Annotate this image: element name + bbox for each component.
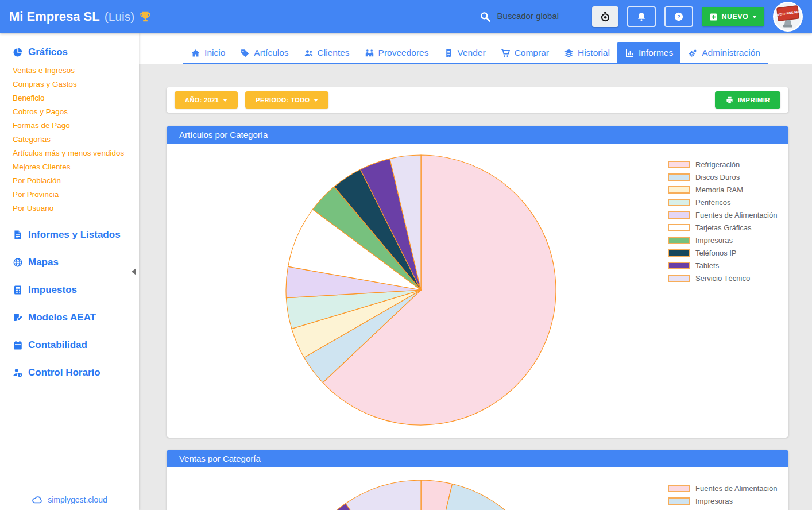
legend-item[interactable]: Teléfonos IP [668, 248, 777, 258]
gears-icon [688, 48, 698, 58]
topbar-actions: ? NUEVO ADVERTISING HERE [480, 2, 803, 32]
cart-icon [501, 48, 511, 58]
nav-tab[interactable]: Inicio [183, 42, 233, 63]
app-root: { "header": { "title": "Mi Empresa SL", … [0, 0, 812, 510]
nav-tab-label: Proveedores [378, 48, 429, 58]
sidebar-item-label: Impuestos [28, 284, 77, 296]
sidebar-chart-links: Ventas e Ingresos Compras y Gastos Benef… [13, 63, 139, 215]
sidebar-chart-link: Formas de Pago [13, 118, 139, 132]
nav-tab-label: Informes [639, 48, 673, 58]
new-button-label: NUEVO [722, 13, 748, 21]
globe-icon [13, 257, 23, 268]
sidebar-item[interactable]: Impuestos [13, 283, 139, 298]
legend-swatch [668, 262, 690, 269]
print-button[interactable]: IMPRIMIR [715, 91, 780, 109]
home-icon [191, 48, 200, 58]
current-user: (Luis) [105, 10, 135, 24]
sidebar-item[interactable]: Contabilidad [13, 338, 139, 353]
card-body: Refrigeración Discos Duros Memoria RAM P… [167, 144, 788, 438]
legend-label: Teléfonos IP [695, 249, 737, 257]
legend-label: Refrigeración [695, 160, 740, 169]
legend-item[interactable]: Servicio Técnico [668, 273, 777, 283]
nav-tab[interactable]: Artículos [233, 42, 296, 63]
legend-label: Tablets [695, 261, 719, 270]
sidebar-chart-link-anchor[interactable]: Cobros y Pagos [13, 107, 68, 116]
nav-tab[interactable]: Vender [436, 42, 493, 63]
tag-icon [240, 48, 250, 58]
caret-down-icon [314, 99, 318, 102]
year-filter-button[interactable]: AÑO: 2021 [175, 91, 238, 109]
sidebar-chart-link-anchor[interactable]: Mejores Clientes [13, 163, 71, 171]
sidebar: Gráficos Ventas e Ingresos Compras y Gas… [0, 33, 139, 510]
sidebar-chart-link-anchor[interactable]: Por Provincia [13, 190, 59, 199]
notifications-button[interactable] [627, 6, 656, 27]
nav-tab[interactable]: Clientes [296, 42, 357, 63]
sidebar-chart-link: Por Población [13, 173, 139, 187]
print-button-label: IMPRIMIR [738, 96, 770, 103]
sidebar-chart-link-anchor[interactable]: Artículos más y menos vendidos [13, 149, 124, 157]
sidebar-chart-link: Beneficio [13, 91, 139, 105]
sidebar-section-graficos[interactable]: Gráficos [13, 45, 139, 60]
nav-tab-label: Historial [578, 48, 610, 58]
legend-label: Periféricos [695, 198, 730, 207]
nav-tab[interactable]: Informes [617, 42, 680, 63]
sidebar-chart-link-anchor[interactable]: Formas de Pago [13, 121, 70, 130]
bell-icon [636, 11, 647, 22]
sidebar-item[interactable]: Mapas [13, 255, 139, 270]
nav-tab[interactable]: Administración [680, 42, 768, 63]
legend-item[interactable]: Fuentes de Alimentación [668, 210, 777, 220]
sidebar-chart-link-anchor[interactable]: Beneficio [13, 94, 45, 102]
legend-swatch [668, 275, 690, 282]
sidebar-item-label: Modelos AEAT [28, 312, 96, 323]
sidebar-chart-link-anchor[interactable]: Ventas e Ingresos [13, 66, 75, 75]
sidebar-chart-link: Compras y Gastos [13, 77, 139, 91]
layers-icon [564, 48, 574, 58]
sidebar-chart-link-anchor[interactable]: Por Población [13, 176, 61, 185]
nav-tab[interactable]: Proveedores [357, 42, 436, 63]
legend-swatch [668, 237, 690, 244]
svg-text:?: ? [677, 13, 680, 20]
brand: Mi Empresa SL (Luis) [9, 9, 152, 24]
new-button[interactable]: NUEVO [702, 7, 764, 26]
user-avatar[interactable]: ADVERTISING HERE [773, 2, 803, 32]
sidebar-item[interactable]: Informes y Listados [13, 227, 139, 242]
legend-item[interactable]: Memoria RAM [668, 185, 777, 195]
sidebar-collapse-arrow-icon[interactable] [132, 268, 136, 275]
legend-item[interactable]: Refrigeración [668, 160, 777, 169]
period-filter-button[interactable]: PERIODO: TODO [245, 91, 328, 109]
legend-item[interactable]: Impresoras [668, 496, 777, 506]
time-clock-button[interactable] [592, 6, 618, 27]
sidebar-chart-link-anchor[interactable]: Categorías [13, 135, 51, 144]
sidebar-chart-link: Categorías [13, 132, 139, 146]
sidebar-item[interactable]: Modelos AEAT [13, 310, 139, 325]
main-nav-strip: Inicio Artículos Clientes Proveedores Ve… [139, 33, 812, 64]
legend-item[interactable]: Periféricos [668, 198, 777, 207]
caret-down-icon [752, 16, 757, 18]
legend-label: Discos Duros [695, 173, 740, 181]
help-button[interactable]: ? [664, 6, 693, 27]
sidebar-chart-link: Por Provincia [13, 187, 139, 201]
top-header-bar: Mi Empresa SL (Luis) ? NUEVO [0, 0, 812, 33]
nav-tab[interactable]: Comprar [493, 42, 556, 63]
nav-tab[interactable]: Historial [556, 42, 617, 63]
legend-item[interactable]: Discos Duros [668, 172, 777, 182]
trophy-icon [139, 10, 152, 23]
sidebar-chart-link-anchor[interactable]: Compras y Gastos [13, 80, 77, 88]
nav-tab-label: Clientes [318, 48, 350, 58]
app-title: Mi Empresa SL [9, 9, 100, 24]
legend-swatch [668, 199, 690, 206]
legend-item[interactable]: Impresoras [668, 235, 777, 245]
nav-tab-label: Inicio [204, 48, 225, 58]
legend-swatch [668, 173, 690, 181]
legend-item[interactable]: Fuentes de Alimentación [668, 484, 777, 493]
legend-label: Impresoras [695, 497, 733, 505]
nav-tab-label: Comprar [515, 48, 549, 58]
sidebar-chart-link: Mejores Clientes [13, 160, 139, 173]
calendar-icon [13, 340, 23, 350]
legend-item[interactable]: Tarjetas Gráficas [668, 223, 777, 233]
sidebar-footer-link[interactable]: simplygest.cloud [0, 494, 139, 505]
search-input[interactable] [496, 9, 575, 24]
sidebar-item[interactable]: Control Horario [13, 365, 139, 380]
legend-item[interactable]: Tablets [668, 261, 777, 271]
sidebar-chart-link-anchor[interactable]: Por Usuario [13, 204, 53, 212]
